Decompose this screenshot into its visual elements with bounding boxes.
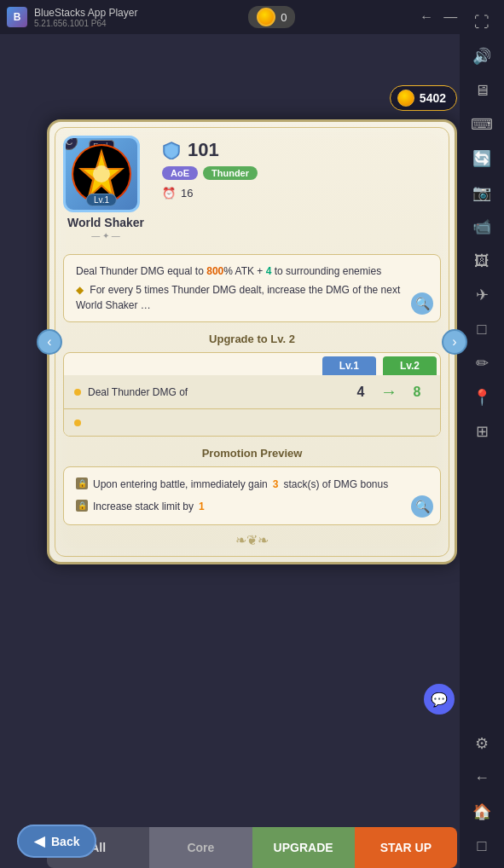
clock-value: 16 bbox=[181, 187, 193, 200]
promotion-title: Promotion Preview bbox=[63, 447, 441, 460]
promo-lock-1: 🔒 bbox=[76, 477, 88, 489]
skill-info: 101 AoE Thunder ⏰ 16 bbox=[162, 136, 441, 200]
tab-core[interactable]: Core bbox=[149, 827, 252, 868]
titlebar-coin-icon bbox=[257, 8, 275, 26]
back-label: Back bbox=[51, 835, 79, 848]
upgrade-row-label: Deal Thunder DMG of bbox=[88, 386, 341, 398]
sidebar-edit-icon[interactable]: ✏ bbox=[466, 348, 497, 379]
main-content: ‹ › C Excl. bbox=[47, 119, 457, 817]
sidebar-video-icon[interactable]: 📹 bbox=[466, 211, 497, 242]
discord-button[interactable]: 💬 bbox=[424, 684, 455, 715]
app-title: BlueStacks App Player bbox=[34, 7, 137, 19]
upgrade-val-next: 8 bbox=[404, 385, 430, 400]
desc-text4: For every 5 times Thunder DMG dealt, inc… bbox=[76, 284, 400, 311]
minimize-btn[interactable]: — bbox=[443, 9, 457, 26]
sidebar-window-icon[interactable]: □ bbox=[466, 314, 497, 344]
titlebar-coin-value: 0 bbox=[281, 11, 287, 24]
desc-bullet: ◆ bbox=[76, 284, 84, 296]
avatar-frame: C Excl. Lv.1 bbox=[63, 136, 140, 212]
app-version: 5.21.656.1001 P64 bbox=[34, 19, 137, 28]
upgrade-row-2 bbox=[64, 408, 440, 436]
back-button[interactable]: ◀ Back bbox=[17, 825, 96, 858]
tab-upgrade[interactable]: UPGRADE bbox=[252, 827, 355, 868]
promo-magnify-button[interactable]: 🔍 bbox=[411, 495, 433, 518]
promo-text-1b: stack(s) of DMG bonus bbox=[283, 476, 388, 495]
tag-aoe: AoE bbox=[162, 166, 198, 180]
skill-avatar-container: C Excl. Lv.1 World Shaker — ✦ — bbox=[63, 136, 148, 240]
sidebar-settings-icon[interactable]: ⚙ bbox=[466, 728, 497, 759]
sidebar-back-icon[interactable]: ← bbox=[466, 762, 497, 793]
shield-icon bbox=[162, 141, 181, 159]
sidebar-recent-icon[interactable]: □ bbox=[466, 830, 497, 861]
desc-800: 800 bbox=[206, 265, 223, 277]
sidebar-keyboard-icon[interactable]: ⌨ bbox=[466, 109, 497, 140]
clock-icon: ⏰ bbox=[162, 187, 176, 200]
nav-right-button[interactable]: › bbox=[442, 329, 467, 355]
discord-icon: 💬 bbox=[431, 692, 448, 708]
coin-icon bbox=[397, 90, 414, 107]
promotion-section: Promotion Preview 🔒 Upon entering battle… bbox=[63, 447, 441, 525]
skill-name: World Shaker bbox=[63, 216, 148, 229]
upgrade-row-1: Deal Thunder DMG of 4 → 8 bbox=[64, 375, 440, 408]
svg-point-3 bbox=[93, 165, 110, 182]
upgrade-section: Upgrade to Lv. 2 Lv.1 Lv.2 Deal Thunder … bbox=[63, 333, 441, 437]
sidebar-display-icon[interactable]: 🖥 bbox=[466, 75, 497, 106]
right-sidebar: ⛶ 🔊 🖥 ⌨ 🔄 📷 📹 🖼 ✈ □ ✏ 📍 ⊞ ⚙ ← 🏠 □ bbox=[460, 0, 504, 868]
sidebar-home-icon[interactable]: 🏠 bbox=[466, 796, 497, 827]
promo-lock-2: 🔒 bbox=[76, 500, 88, 512]
desc-text3: to surrounding enemies bbox=[271, 265, 381, 277]
bottom-tabs: All Core UPGRADE STAR UP bbox=[47, 827, 457, 868]
upgrade-table: Lv.1 Lv.2 Deal Thunder DMG of 4 → 8 bbox=[63, 352, 441, 437]
sidebar-fullscreen-icon[interactable]: ⛶ bbox=[466, 7, 497, 38]
level-next-badge: Lv.2 bbox=[383, 356, 437, 375]
upgrade-val-current: 4 bbox=[348, 385, 374, 400]
nav-left-button[interactable]: ‹ bbox=[37, 329, 62, 355]
sidebar-refresh-icon[interactable]: 🔄 bbox=[466, 143, 497, 174]
c-icon: C bbox=[63, 136, 78, 150]
sidebar-volume-icon[interactable]: 🔊 bbox=[466, 41, 497, 72]
promo-box: 🔒 Upon entering battle, immediately gain… bbox=[63, 466, 441, 525]
upgrade-header: Lv.1 Lv.2 bbox=[64, 353, 440, 375]
desc-text1: Deal Thunder DMG equal to bbox=[76, 265, 206, 277]
promo-row-1: 🔒 Upon entering battle, immediately gain… bbox=[76, 476, 428, 495]
promo-row-2: 🔒 Increase stack limit by 1 bbox=[76, 498, 428, 517]
card-bottom-deco: ❧❦❧ bbox=[63, 532, 441, 548]
sidebar-airplane-icon[interactable]: ✈ bbox=[466, 280, 497, 310]
upgrade-dot bbox=[74, 389, 81, 396]
skill-number: 101 bbox=[188, 139, 219, 161]
card-header: C Excl. Lv.1 World Shaker — ✦ — bbox=[63, 136, 441, 240]
sidebar-image-icon[interactable]: 🖼 bbox=[466, 246, 497, 276]
level-current-badge: Lv.1 bbox=[322, 356, 376, 375]
promo-text-1a: Upon entering battle, immediately gain bbox=[93, 476, 268, 495]
description-box: Deal Thunder DMG equal to 800% ATK + 4 t… bbox=[63, 254, 441, 322]
upgrade-title: Upgrade to Lv. 2 bbox=[63, 333, 441, 345]
sidebar-location-icon[interactable]: 📍 bbox=[466, 382, 497, 413]
skill-card: ‹ › C Excl. bbox=[47, 119, 457, 564]
skill-number-row: 101 bbox=[162, 139, 441, 161]
avatar-deco: — ✦ — bbox=[63, 231, 148, 240]
tag-thunder: Thunder bbox=[203, 166, 258, 180]
upgrade-dot-2 bbox=[74, 420, 81, 426]
upgrade-arrow-icon: → bbox=[380, 382, 397, 402]
tab-starup[interactable]: STAR UP bbox=[355, 827, 457, 868]
promo-text-2a: Increase stack limit by bbox=[93, 498, 194, 517]
back-nav-btn[interactable]: ← bbox=[420, 9, 433, 26]
coin-display: 5402 bbox=[390, 85, 457, 111]
promo-1: 1 bbox=[199, 498, 205, 517]
coin-value: 5402 bbox=[420, 91, 446, 105]
level-badge: Lv.1 bbox=[86, 194, 117, 206]
titlebar-coin-display: 0 bbox=[248, 6, 295, 28]
magnify-button[interactable]: 🔍 bbox=[411, 292, 433, 315]
sidebar-camera-icon[interactable]: 📷 bbox=[466, 177, 497, 208]
skill-tags: AoE Thunder bbox=[162, 166, 441, 180]
title-bar: B BlueStacks App Player 5.21.656.1001 P6… bbox=[0, 0, 504, 34]
desc-text2: % ATK + bbox=[223, 265, 265, 277]
skill-clock-row: ⏰ 16 bbox=[162, 187, 441, 200]
desc-line1: Deal Thunder DMG equal to 800% ATK + 4 t… bbox=[76, 263, 428, 279]
desc-line2: ◆ For every 5 times Thunder DMG dealt, i… bbox=[76, 282, 428, 313]
promo-3: 3 bbox=[273, 476, 279, 495]
sidebar-grid-icon[interactable]: ⊞ bbox=[466, 416, 497, 447]
app-logo: B bbox=[7, 7, 27, 27]
back-arrow-icon: ◀ bbox=[34, 833, 44, 849]
